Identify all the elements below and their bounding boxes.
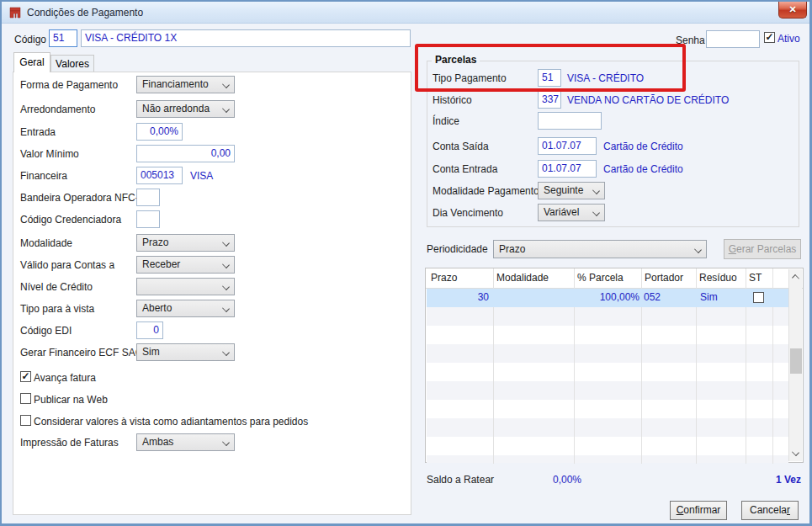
publicar-web-label: Publicar na Web xyxy=(34,394,108,406)
tipo-vista-select[interactable]: Aberto xyxy=(136,300,235,317)
modalidade-value: Prazo xyxy=(142,236,168,248)
valido-contas-label: Válido para Contas a xyxy=(20,259,114,271)
financeira-input[interactable]: 005013 xyxy=(136,167,183,184)
gerar-financeiro-label: Gerar Financeiro ECF SAC xyxy=(20,347,142,359)
table-row[interactable] xyxy=(427,437,788,455)
gerar-parcelas-button[interactable]: Gerar Parcelas xyxy=(724,239,801,259)
chevron-down-icon xyxy=(592,187,600,194)
ativo-checkbox[interactable]: ✓ xyxy=(764,32,775,43)
app-icon xyxy=(8,6,22,19)
valor-minimo-input[interactable]: 0,00 xyxy=(136,145,235,162)
valor-minimo-label: Valor Mínimo xyxy=(20,148,79,160)
valido-contas-value: Receber xyxy=(142,258,180,270)
publicar-web-checkbox[interactable] xyxy=(20,393,31,404)
financeira-descricao: VISA xyxy=(190,170,213,182)
table-row[interactable] xyxy=(427,307,788,326)
conta-saida-descricao: Cartão de Crédito xyxy=(603,141,683,152)
column-header-parcela[interactable]: % Parcela xyxy=(577,272,624,284)
ativo-label: Ativo xyxy=(778,33,800,45)
senha-input[interactable] xyxy=(706,30,760,48)
modalidade-label: Modalidade xyxy=(20,237,72,249)
impressao-faturas-label: Impressão de Faturas xyxy=(20,437,119,449)
tipo-pagamento-input[interactable]: 51 xyxy=(538,69,561,87)
codigo-credenciadora-label: Código Credenciadora xyxy=(20,214,121,226)
conta-entrada-input[interactable]: 01.07.07 xyxy=(538,160,597,178)
table-scrollbar[interactable] xyxy=(788,269,802,461)
modalidade-pagamento-select[interactable]: Seguinte xyxy=(538,182,605,199)
chevron-down-icon xyxy=(222,239,230,247)
periodicidade-label: Periodicidade xyxy=(427,243,488,255)
entrada-label: Entrada xyxy=(20,126,56,138)
codigo-edi-input[interactable]: 0 xyxy=(136,321,163,339)
table-row[interactable] xyxy=(427,381,788,400)
nivel-credito-select[interactable] xyxy=(136,278,235,295)
tab-valores[interactable]: Valores xyxy=(50,55,94,72)
indice-input[interactable] xyxy=(538,112,602,130)
historico-input[interactable]: 337 xyxy=(538,91,561,109)
avanca-fatura-label: Avança fatura xyxy=(34,372,96,384)
conta-saida-input[interactable]: 01.07.07 xyxy=(538,137,597,155)
tab-geral[interactable]: Geral xyxy=(13,52,50,72)
codigo-edi-label: Código EDI xyxy=(20,325,72,337)
impressao-faturas-select[interactable]: Ambas xyxy=(136,433,235,451)
close-button[interactable]: ✕ xyxy=(778,2,807,19)
table-row-selected[interactable]: 30 100,00% 052 Sim xyxy=(427,289,788,307)
cancelar-button[interactable]: Cancelar xyxy=(741,501,799,520)
considerar-valores-checkbox[interactable] xyxy=(20,415,31,426)
gerar-financeiro-select[interactable]: Sim xyxy=(136,343,235,361)
cell-st-checkbox[interactable] xyxy=(753,292,764,303)
codigo-input[interactable]: 51 xyxy=(49,29,77,47)
arredondamento-select[interactable]: Não arredonda xyxy=(136,100,235,118)
tipo-pagamento-label: Tipo Pagamento xyxy=(433,72,507,84)
column-header-residuo[interactable]: Resíduo xyxy=(699,272,737,284)
cell-prazo: 30 xyxy=(427,291,489,303)
chevron-down-icon xyxy=(222,305,230,312)
table-row[interactable] xyxy=(427,455,788,463)
arredondamento-label: Arredondamento xyxy=(20,104,95,115)
periodicidade-value: Prazo xyxy=(499,243,525,255)
column-header-st[interactable]: ST xyxy=(749,272,762,284)
descricao-input[interactable]: VISA - CRÉDITO 1X xyxy=(81,29,411,47)
gerar-parcelas-label: erar Parcelas xyxy=(736,243,796,255)
chevron-down-icon xyxy=(222,348,230,356)
scroll-up-icon[interactable] xyxy=(792,274,799,282)
conta-saida-label: Conta Saída xyxy=(433,141,489,152)
bandeira-operadora-input[interactable] xyxy=(136,189,160,206)
cancelar-label: Cancela xyxy=(750,504,787,516)
title-bar[interactable]: Condições de Pagamento ✕ xyxy=(2,2,809,24)
table-row[interactable] xyxy=(427,363,788,381)
periodicidade-select[interactable]: Prazo xyxy=(493,240,707,258)
chevron-down-icon xyxy=(592,209,600,216)
confirmar-button[interactable]: Confirmar xyxy=(670,501,727,520)
saldo-ratear-value: 0,00% xyxy=(553,474,581,486)
historico-descricao: VENDA NO CARTÃO DE CRÉDITO xyxy=(567,94,729,106)
saldo-ratear-label: Saldo a Ratear xyxy=(427,474,494,486)
scroll-down-icon[interactable] xyxy=(792,449,799,456)
table-row[interactable] xyxy=(427,400,788,418)
cell-portador: 052 xyxy=(644,291,661,303)
avanca-fatura-checkbox[interactable]: ✓ xyxy=(20,371,31,382)
chevron-down-icon xyxy=(694,246,702,253)
table-row[interactable] xyxy=(427,344,788,363)
column-header-portador[interactable]: Portador xyxy=(645,272,683,284)
forma-pagamento-select[interactable]: Financiamento xyxy=(136,76,235,93)
dia-vencimento-label: Dia Vencimento xyxy=(433,207,503,219)
column-header-modalidade[interactable]: Modalidade xyxy=(496,272,549,284)
column-header-prazo[interactable]: Prazo xyxy=(431,272,457,284)
codigo-credenciadora-input[interactable] xyxy=(136,210,160,228)
parcelas-table: Prazo Modalidade % Parcela Portador Resí… xyxy=(425,268,804,463)
scrollbar-thumb[interactable] xyxy=(790,348,802,374)
modalidade-select[interactable]: Prazo xyxy=(136,234,235,252)
conta-entrada-descricao: Cartão de Crédito xyxy=(603,163,683,175)
conta-entrada-label: Conta Entrada xyxy=(433,163,497,175)
tipo-vista-label: Tipo para à vista xyxy=(20,303,94,315)
entrada-input[interactable]: 0,00% xyxy=(136,123,183,141)
chevron-down-icon xyxy=(222,283,230,290)
table-row[interactable] xyxy=(427,326,788,344)
cell-residuo: Sim xyxy=(700,291,718,303)
dia-vencimento-select[interactable]: Variável xyxy=(538,204,605,221)
valido-contas-select[interactable]: Receber xyxy=(136,256,235,274)
confirmar-label: onfirmar xyxy=(683,504,720,516)
codigo-label: Código xyxy=(14,34,46,45)
table-row[interactable] xyxy=(427,418,788,437)
